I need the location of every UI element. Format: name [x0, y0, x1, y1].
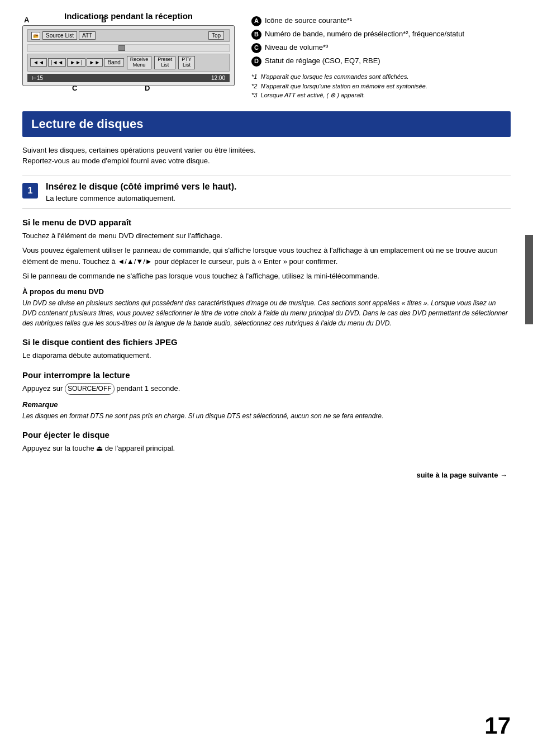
page-number: 17 [484, 712, 511, 739]
source-icon: 📻 [31, 32, 40, 40]
pty-list-button[interactable]: PTYList [178, 56, 195, 69]
label-a: A [24, 16, 29, 24]
dvd-menu-heading: Si le menu de DVD apparaît [22, 218, 511, 227]
step-1-content: Insérez le disque (côté imprimé vers le … [46, 182, 511, 202]
stop-playback-heading: Pour interrompre la lecture [22, 370, 511, 380]
dvd-menu-para1: Touchez à l'élément de menu DVD directem… [22, 230, 511, 242]
source-off-button: SOURCE/OFF [65, 383, 115, 395]
jpeg-para: Le diaporama débute automatiquement. [22, 350, 511, 361]
fast-forward-button[interactable]: ►► [87, 58, 103, 67]
remarque-subheading: Remarque [22, 400, 511, 409]
legend-area: A Icône de source courante*¹ B Numéro de… [251, 11, 511, 100]
legend-text-d: Statut de réglage (CSO, EQ7, RBE) [265, 56, 380, 66]
footnote-2: *2 N'apparaît que lorsqu'une station en … [251, 82, 511, 91]
page-footer: suite à la page suivante → [22, 471, 511, 479]
intro-line1: Suivant les disques, certaines opération… [22, 145, 511, 156]
top-button[interactable]: Top [208, 31, 224, 40]
step-1-heading: Insérez le disque (côté imprimé vers le … [46, 182, 511, 192]
volume-slider[interactable] [27, 44, 230, 52]
legend-text-a: Icône de source courante*¹ [265, 16, 352, 26]
step-1-container: 1 Insérez le disque (côté imprimé vers l… [22, 176, 511, 209]
diagram-title: Indications pendant la réception [22, 11, 235, 21]
dvd-menu-para3: Si le panneau de commande ne s'affiche p… [22, 271, 511, 282]
legend-circle-a: A [251, 16, 261, 26]
legend-circle-c: C [251, 43, 261, 53]
status-right: 12:00 [211, 75, 225, 81]
eject-para: Appuyez sur la touche ⏏ de l'appareil pr… [22, 443, 511, 454]
rewind-button[interactable]: ◄◄ [30, 58, 47, 67]
step-1-description: La lecture commence automatiquement. [46, 194, 511, 202]
step-1-number: 1 [22, 183, 38, 199]
legend-item-a: A Icône de source courante*¹ [251, 16, 511, 26]
next-page-text: suite à la page suivante → [416, 471, 507, 479]
intro-line2: Reportez-vous au mode d'emploi fourni av… [22, 155, 511, 167]
legend-item-b: B Numéro de bande, numéro de présélectio… [251, 29, 511, 40]
legend-circle-d: D [251, 56, 261, 67]
legend-circle-b: B [251, 30, 261, 40]
slider-knob [118, 45, 125, 51]
footnote-3: *3 Lorsque ATT est activé, ( ⊗ ) apparaî… [251, 91, 511, 100]
receive-menu-button[interactable]: ReceiveMenu [127, 56, 152, 69]
legend-item-c: C Niveau de volume*³ [251, 42, 511, 53]
status-left: ⊢15 [32, 75, 43, 81]
sidebar-bar [525, 235, 533, 324]
source-list-button[interactable]: Source List [42, 31, 77, 40]
att-button[interactable]: ATT [79, 31, 96, 40]
remarque-text: Les disques en format DTS ne sont pas pr… [22, 411, 511, 421]
intro-text: Suivant les disques, certaines opération… [22, 145, 511, 167]
label-b: B [101, 16, 106, 24]
eject-heading: Pour éjecter le disque [22, 430, 511, 440]
eject-symbol: ⏏ [96, 444, 103, 452]
next-button[interactable]: ►►| [67, 58, 85, 67]
footnote-1: *1 N'apparaît que lorsque les commandes … [251, 72, 511, 82]
section-banner: Lecture de disques [22, 111, 511, 137]
preset-list-button[interactable]: PresetList [154, 56, 175, 69]
legend-text-c: Niveau de volume*³ [265, 42, 328, 53]
stop-playback-para: Appuyez sur SOURCE/OFF pendant 1 seconde… [22, 383, 511, 395]
prev-button[interactable]: |◄◄ [48, 58, 66, 67]
legend-text-b: Numéro de bande, numéro de présélection*… [265, 29, 464, 39]
footnotes: *1 N'apparaît que lorsque les commandes … [251, 72, 511, 100]
jpeg-heading: Si le disque contient des fichiers JPEG [22, 337, 511, 347]
label-c: C [72, 84, 77, 92]
dvd-menu-subparagraph: Un DVD se divise en plusieurs sections q… [22, 298, 511, 328]
legend-item-d: D Statut de réglage (CSO, EQ7, RBE) [251, 56, 511, 67]
dvd-menu-para2: Vous pouvez également utiliser le pannea… [22, 245, 511, 267]
dvd-menu-subheading: À propos du menu DVD [22, 287, 511, 296]
band-button[interactable]: Band [104, 58, 123, 67]
label-d: D [145, 84, 150, 92]
